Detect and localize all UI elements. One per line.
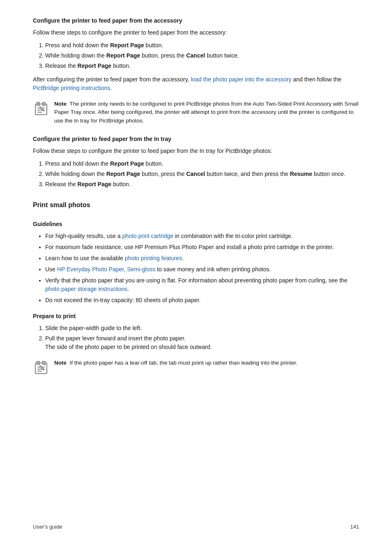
step2-bold1: Report Page xyxy=(106,52,140,59)
section-configure-intray: Configure the printer to feed paper from… xyxy=(33,135,359,189)
section2-step3: Release the Report Page button. xyxy=(45,180,359,189)
step2-bold2: Cancel xyxy=(186,52,205,59)
note2-text: Note If the photo paper has a tear-off t… xyxy=(54,359,297,367)
note2-icon xyxy=(33,359,49,375)
s2-step2-bold1: Report Page xyxy=(106,171,140,177)
guideline-item-6: Do not exceed the In-tray capacity: 80 s… xyxy=(45,296,359,305)
link-pictbridge-instructions[interactable]: PictBridge printing instructions xyxy=(33,85,110,91)
note2-content: If the photo paper has a tear-off tab, t… xyxy=(70,360,297,366)
guidelines-block: Guidelines For high-quality results, use… xyxy=(33,220,359,305)
guidelines-list: For high-quality results, use a photo pr… xyxy=(45,232,359,305)
section1-step3: Release the Report Page button. xyxy=(45,62,359,70)
section-configure-accessory: Configure the printer to feed paper from… xyxy=(33,16,359,127)
s2-step2-bold3: Resume xyxy=(290,171,312,177)
guideline-item-1: For high-quality results, use a photo pr… xyxy=(45,232,359,240)
page: Configure the printer to feed paper from… xyxy=(0,0,392,543)
prepare-step1: Slide the paper-width guide to the left. xyxy=(45,324,359,333)
prepare-steps-list: Slide the paper-width guide to the left.… xyxy=(45,324,359,351)
guideline-item-5: Verify that the photo paper that you are… xyxy=(45,276,359,293)
link-photo-print-cartridge[interactable]: photo print cartridge xyxy=(122,233,174,239)
link-photo-printing-features[interactable]: photo printing features xyxy=(125,255,182,261)
guideline-item-2: For maximum fade resistance, use HP Prem… xyxy=(45,243,359,252)
note1-content: The printer only needs to be configured … xyxy=(54,101,358,124)
section2-intro: Follow these steps to configure the prin… xyxy=(33,147,359,155)
note1-text: Note The printer only needs to be config… xyxy=(54,100,359,125)
s2-step3-bold: Report Page xyxy=(78,181,111,187)
s2-step1-bold: Report Page xyxy=(110,160,144,167)
section2-heading: Configure the printer to feed paper from… xyxy=(33,135,359,143)
note1-label: Note xyxy=(54,101,67,107)
section1-intro: Follow these steps to configure the prin… xyxy=(33,28,359,37)
prepare-heading: Prepare to print xyxy=(33,312,359,321)
guideline-item-3: Learn how to use the available photo pri… xyxy=(45,254,359,263)
link-photo-paper-storage[interactable]: photo paper storage instructions xyxy=(45,286,127,292)
section1-step1: Press and hold down the Report Page butt… xyxy=(45,41,359,50)
footer-left: User's guide xyxy=(33,523,62,531)
guideline-item-4: Use HP Everyday Photo Paper, Semi-gloss … xyxy=(45,265,359,274)
guidelines-heading: Guidelines xyxy=(33,220,359,229)
section1-steps-list: Press and hold down the Report Page butt… xyxy=(45,41,359,70)
section2-step1: Press and hold down the Report Page butt… xyxy=(45,159,359,168)
prepare-block: Prepare to print Slide the paper-width g… xyxy=(33,312,359,377)
note1-box: Note The printer only needs to be config… xyxy=(33,98,359,127)
note1-icon xyxy=(33,100,49,116)
section1-step2: While holding down the Report Page butto… xyxy=(45,51,359,60)
prepare-step2: Pull the paper lever forward and insert … xyxy=(45,334,359,351)
link-hp-everyday-photo-paper[interactable]: HP Everyday Photo Paper, Semi-gloss xyxy=(57,266,155,273)
note2-box: Note If the photo paper has a tear-off t… xyxy=(33,357,359,377)
section2-step2: While holding down the Report Page butto… xyxy=(45,170,359,178)
footer-right: 141 xyxy=(350,523,359,531)
note2-label: Note xyxy=(54,360,67,366)
section-print-small-photos: Print small photos Guidelines For high-q… xyxy=(33,196,359,377)
step1-bold: Report Page xyxy=(110,42,144,49)
step3-bold: Report Page xyxy=(78,62,111,69)
section3-title: Print small photos xyxy=(33,196,359,210)
section2-steps-list: Press and hold down the Report Page butt… xyxy=(45,159,359,189)
section1-heading: Configure the printer to feed paper from… xyxy=(33,16,359,25)
s2-step2-bold2: Cancel xyxy=(186,171,205,177)
page-footer: User's guide 141 xyxy=(33,523,359,531)
prepare-step2-sub: The side of the photo paper to be printe… xyxy=(45,344,212,350)
link-load-photo-paper[interactable]: load the photo paper into the accessory xyxy=(191,76,291,83)
section1-after-steps: After configuring the printer to feed pa… xyxy=(33,75,359,92)
